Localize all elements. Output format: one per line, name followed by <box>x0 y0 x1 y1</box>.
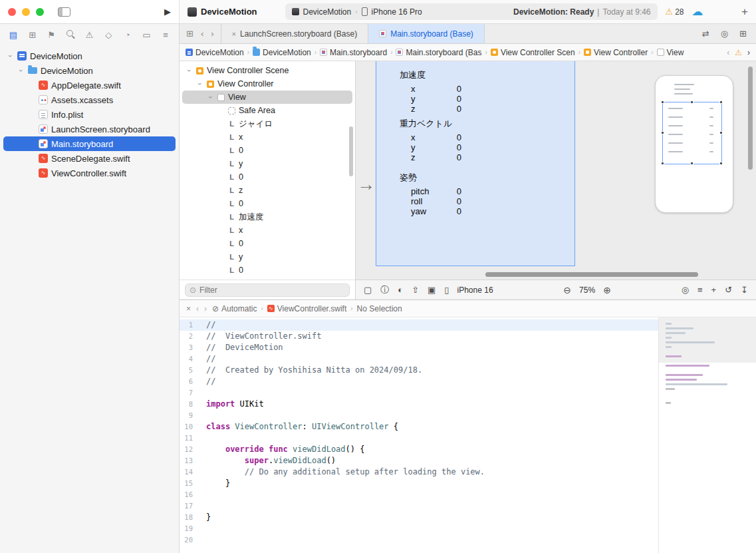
storyboard-canvas[interactable]: → 加速度x0y0z0重力ベクトルx0y0z0姿勢pitch0roll0yaw0 <box>356 61 756 279</box>
code-line[interactable]: 16 <box>180 489 658 500</box>
project-navigator-icon[interactable]: ▤ <box>7 30 20 40</box>
outline-row[interactable]: Ly <box>182 250 352 264</box>
code-line[interactable]: 13 super.viewDidLoad() <box>180 455 658 466</box>
outline-row[interactable]: L0 <box>182 237 352 250</box>
tests-navigator-icon[interactable]: ◇ <box>102 30 115 40</box>
library-add-button[interactable]: + <box>741 5 748 19</box>
storyboard-label[interactable]: 0 <box>447 84 461 94</box>
disclosure-icon[interactable]: › <box>207 94 214 100</box>
selection-handle[interactable] <box>719 100 723 104</box>
storyboard-label[interactable]: 0 <box>447 104 461 114</box>
go-forward-icon[interactable]: › <box>211 29 213 39</box>
zoom-out-icon[interactable]: ⊖ <box>563 285 571 295</box>
file-row[interactable]: ViewController.swift <box>3 166 176 180</box>
resolve-autolayout-icon[interactable]: ↺ <box>725 285 732 295</box>
file-row[interactable]: AppDelegate.swift <box>3 78 176 92</box>
code-line[interactable]: 3// DeviceMotion <box>180 342 658 353</box>
file-row[interactable]: ›DeviceMotion <box>3 63 176 78</box>
zoom-in-icon[interactable]: ⊕ <box>603 285 611 295</box>
code-line[interactable]: 12 override func viewDidLoad() { <box>180 444 658 455</box>
storyboard-label[interactable]: 重力ベクトル <box>400 118 452 130</box>
storyboard-view[interactable]: 加速度x0y0z0重力ベクトルx0y0z0姿勢pitch0roll0yaw0 <box>376 61 575 266</box>
embed-icon[interactable]: ↧ <box>741 285 748 295</box>
jumpbar-item[interactable]: No Selection <box>357 304 402 313</box>
source-back-icon[interactable]: ‹ <box>196 304 199 313</box>
issue-back-icon[interactable]: ‹ <box>727 48 729 57</box>
add-constraints-icon[interactable]: + <box>711 285 717 295</box>
storyboard-label[interactable]: 0 <box>447 142 461 152</box>
debug-navigator-icon[interactable]: ◔ <box>121 30 134 40</box>
storyboard-label[interactable]: 0 <box>447 196 461 206</box>
jumpbar-item[interactable]: DeviceMotion <box>186 48 244 57</box>
filter-input[interactable] <box>199 285 345 295</box>
device-icon[interactable]: ▯ <box>444 285 449 295</box>
bookmarks-navigator-icon[interactable]: ⚑ <box>45 30 58 40</box>
reports-navigator-icon[interactable]: ≡ <box>159 30 172 40</box>
close-window-button[interactable] <box>8 8 16 16</box>
code-line[interactable]: 15 } <box>180 478 658 489</box>
device-menu[interactable]: iPhone 16 <box>457 285 493 295</box>
outline-row[interactable]: L加速度 <box>182 210 352 224</box>
code-line[interactable]: 2// ViewController.swift <box>180 331 658 342</box>
selection-handle[interactable] <box>690 162 693 165</box>
code-line[interactable]: 20 <box>180 534 658 546</box>
outline-row[interactable]: L0 <box>182 197 352 210</box>
jumpbar-item[interactable]: ViewController.swift <box>267 304 346 313</box>
toggle-navigator-icon[interactable] <box>58 7 70 17</box>
minimap[interactable] <box>658 317 756 553</box>
file-row[interactable]: SceneDelegate.swift <box>3 151 176 166</box>
outline-row[interactable]: Lx <box>182 130 352 144</box>
source-control-navigator-icon[interactable]: ⊞ <box>26 30 39 40</box>
storyboard-label[interactable]: 0 <box>447 132 461 142</box>
code-line[interactable]: 9 <box>180 410 658 421</box>
file-row[interactable]: ›DeviceMotion <box>3 49 176 63</box>
selection-handle[interactable] <box>661 131 664 134</box>
selection-handle[interactable] <box>661 100 664 104</box>
file-row[interactable]: Info.plist <box>3 107 176 122</box>
editor-options-icon[interactable]: ◎ <box>721 29 728 39</box>
storyboard-label[interactable]: x <box>411 132 416 142</box>
selection-handle[interactable] <box>719 162 723 165</box>
device-preview[interactable] <box>655 75 733 213</box>
outline-row[interactable]: L0 <box>182 144 352 157</box>
code-line[interactable]: 5// Created by Yoshihisa Nitta on 2024/0… <box>180 365 658 376</box>
disclosure-icon[interactable]: › <box>186 67 193 74</box>
align-icon[interactable]: ≡ <box>697 285 703 295</box>
code-line[interactable]: 11 <box>180 433 658 444</box>
storyboard-label[interactable]: y <box>411 94 416 104</box>
storyboard-label[interactable]: z <box>411 152 416 162</box>
jumpbar-item[interactable]: DeviceMotion <box>253 48 311 57</box>
jumpbar-item[interactable]: View Controller Scen <box>491 48 575 57</box>
storyboard-label[interactable]: roll <box>411 196 422 206</box>
scheme-menu[interactable]: DeviceMotion <box>303 7 352 17</box>
code-line[interactable]: 4// <box>180 353 658 365</box>
tab[interactable]: ×LaunchScreen.storyboard (Base) <box>221 24 369 43</box>
storyboard-label[interactable]: z <box>411 104 416 114</box>
jumpbar-item[interactable]: View <box>657 48 684 57</box>
jumpbar-item[interactable]: ⊘Automatic <box>212 304 257 313</box>
device-bezels-icon[interactable]: ▢ <box>364 285 372 295</box>
storyboard-label[interactable]: x <box>411 84 416 94</box>
file-row[interactable]: Main.storyboard <box>3 136 176 151</box>
outline-row[interactable]: Lx <box>182 224 352 237</box>
storyboard-label[interactable]: y <box>411 142 416 152</box>
appearance-icon[interactable]: ◐ <box>398 285 403 295</box>
code-line[interactable]: 7 <box>180 387 658 399</box>
outline-row[interactable]: Lジャイロ <box>182 117 352 130</box>
breakpoints-navigator-icon[interactable]: ▭ <box>140 30 153 40</box>
code-line[interactable]: 18} <box>180 512 658 523</box>
storyboard-label[interactable]: 姿勢 <box>400 172 417 184</box>
outline-row[interactable]: Ly <box>182 157 352 170</box>
outline-row[interactable]: ›View Controller Scene <box>182 64 352 77</box>
file-row[interactable]: Assets.xcassets <box>3 92 176 107</box>
variants-icon[interactable]: ⓘ <box>380 284 389 296</box>
issues-badge[interactable]: ⚠ 28 <box>666 7 684 17</box>
disclosure-icon[interactable]: › <box>7 53 14 59</box>
storyboard-label[interactable]: 加速度 <box>400 69 426 81</box>
storyboard-label[interactable]: 0 <box>447 94 461 104</box>
close-editor-icon[interactable]: × <box>186 304 191 313</box>
go-back-icon[interactable]: ‹ <box>201 29 203 39</box>
jumpbar-item[interactable]: Main.storyboard <box>320 48 387 57</box>
activity-view[interactable]: DeviceMotion › iPhone 16 Pro DeviceMotio… <box>285 3 658 20</box>
outline-row[interactable]: Safe Area <box>182 104 352 117</box>
